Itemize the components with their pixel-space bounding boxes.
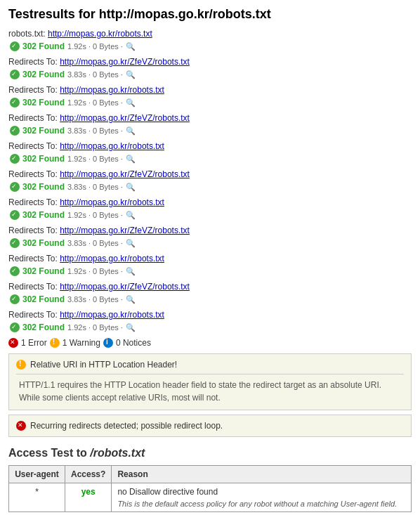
entry-label: Redirects To: <box>8 141 58 151</box>
ok-icon <box>10 154 20 164</box>
status-meta: 3.83s · 0 Bytes · <box>67 126 123 135</box>
status-row-6: 302 Found 1.92s · 0 Bytes · 🔍 <box>10 210 412 220</box>
entry-label: Redirects To: <box>8 310 58 320</box>
status-code: 302 Found <box>22 154 65 164</box>
entry-block-4: Redirects To: http://mopas.go.kr/robots.… <box>8 140 412 152</box>
entry-label: Redirects To: <box>8 254 58 263</box>
ok-icon <box>10 70 20 79</box>
entry-link[interactable]: http://mopas.go.kr/ZfeVZ/robots.txt <box>60 113 190 123</box>
ok-icon <box>10 41 20 51</box>
status-row-3: 302 Found 3.83s · 0 Bytes · 🔍 <box>10 126 412 136</box>
ok-icon <box>10 210 20 220</box>
access-test-path: /robots.txt <box>90 447 145 459</box>
status-code: 302 Found <box>22 294 65 304</box>
warning-box: Relative URI in HTTP Location Header! HT… <box>8 353 412 410</box>
status-code: 302 Found <box>22 182 65 192</box>
entry-block-2: Redirects To: http://mopas.go.kr/robots.… <box>8 84 412 96</box>
status-row-4: 302 Found 1.92s · 0 Bytes · 🔍 <box>10 154 412 164</box>
entry-label: Redirects To: <box>8 85 58 95</box>
cell-access: yes <box>65 483 112 512</box>
tool-icon: 🔍 <box>126 239 136 248</box>
col-header-reason: Reason <box>112 466 412 483</box>
status-meta: 1.92s · 0 Bytes · <box>67 155 123 163</box>
entry-link[interactable]: http://mopas.go.kr/robots.txt <box>60 197 164 207</box>
entry-label: Redirects To: <box>8 197 58 207</box>
cell-reason: no Disallow directive found This is the … <box>112 483 412 512</box>
error-icon <box>8 338 18 348</box>
status-row-1: 302 Found 3.83s · 0 Bytes · 🔍 <box>10 70 412 79</box>
status-row-5: 302 Found 3.83s · 0 Bytes · 🔍 <box>10 182 412 192</box>
entry-block-7: Redirects To: http://mopas.go.kr/ZfeVZ/r… <box>8 224 412 237</box>
entry-link[interactable]: http://mopas.go.kr/ZfeVZ/robots.txt <box>60 226 190 235</box>
status-meta: 1.92s · 0 Bytes · <box>67 42 123 51</box>
status-meta: 1.92s · 0 Bytes · <box>67 98 123 107</box>
status-meta: 1.92s · 0 Bytes · <box>67 267 123 275</box>
tool-icon: 🔍 <box>126 183 136 192</box>
reason-note: This is the default access policy for an… <box>117 500 405 508</box>
warning-body-text: HTTP/1.1 requires the HTTP Location head… <box>19 379 404 404</box>
warning-box-icon <box>16 360 26 370</box>
tool-icon: 🔍 <box>126 98 136 107</box>
warning-icon <box>50 338 60 348</box>
info-icon <box>103 338 113 348</box>
status-row-0: 302 Found 1.92s · 0 Bytes · 🔍 <box>10 41 412 51</box>
access-test-heading: Access Test to /robots.txt <box>8 447 412 459</box>
entry-link[interactable]: http://mopas.go.kr/robots.txt <box>60 85 164 95</box>
entry-label: Redirects To: <box>8 113 58 123</box>
entry-block-3: Redirects To: http://mopas.go.kr/ZfeVZ/r… <box>8 112 412 124</box>
status-meta: 3.83s · 0 Bytes · <box>67 183 123 191</box>
entry-link[interactable]: http://mopas.go.kr/ZfeVZ/robots.txt <box>60 57 190 67</box>
entry-link[interactable]: http://mopas.go.kr/robots.txt <box>60 254 164 263</box>
status-row-2: 302 Found 1.92s · 0 Bytes · 🔍 <box>10 98 412 107</box>
entry-label: Redirects To: <box>8 226 58 235</box>
ok-icon <box>10 322 20 332</box>
page-title: Testresults for http://mopas.go.kr/robot… <box>8 7 412 22</box>
status-code: 302 Found <box>22 238 65 248</box>
entry-label: Redirects To: <box>8 57 58 67</box>
entry-block-8: Redirects To: http://mopas.go.kr/robots.… <box>8 252 412 265</box>
status-meta: 3.83s · 0 Bytes · <box>67 239 123 247</box>
access-table: User-agent Access? Reason * yes no Disal… <box>8 465 412 512</box>
status-code: 302 Found <box>22 126 65 136</box>
access-yes: yes <box>81 487 96 497</box>
entry-block-5: Redirects To: http://mopas.go.kr/ZfeVZ/r… <box>8 168 412 181</box>
tool-icon: 🔍 <box>126 155 136 164</box>
entry-link[interactable]: http://mopas.go.kr/robots.txt <box>60 141 164 151</box>
tool-icon: 🔍 <box>126 323 136 332</box>
status-meta: 1.92s · 0 Bytes · <box>67 211 123 219</box>
cell-agent: * <box>9 483 65 512</box>
entry-block-0: robots.txt: http://mopas.go.kr/robots.tx… <box>8 27 412 40</box>
warning-title-row: Relative URI in HTTP Location Header! <box>16 360 404 370</box>
error-count: 1 Error <box>21 338 47 348</box>
warning-title-text: Relative URI in HTTP Location Header! <box>30 360 177 370</box>
notice-count: 0 Notices <box>116 338 151 348</box>
entry-label: robots.txt: <box>8 29 46 39</box>
ok-icon <box>10 266 20 276</box>
access-table-body: * yes no Disallow directive found This i… <box>9 483 412 512</box>
warning-divider <box>16 374 404 374</box>
tool-icon: 🔍 <box>126 126 136 136</box>
table-header-row: User-agent Access? Reason <box>9 466 412 483</box>
entry-label: Redirects To: <box>8 282 58 292</box>
status-meta: 1.92s · 0 Bytes · <box>67 323 123 332</box>
status-row-7: 302 Found 3.83s · 0 Bytes · 🔍 <box>10 238 412 248</box>
entry-link[interactable]: http://mopas.go.kr/ZfeVZ/robots.txt <box>60 282 190 292</box>
status-code: 302 Found <box>22 98 65 107</box>
ok-icon <box>10 126 20 136</box>
entry-block-1: Redirects To: http://mopas.go.kr/ZfeVZ/r… <box>8 56 412 68</box>
table-row: * yes no Disallow directive found This i… <box>9 483 412 512</box>
status-row-10: 302 Found 1.92s · 0 Bytes · 🔍 <box>10 322 412 332</box>
summary-row: 1 Error 1 Warning 0 Notices <box>8 338 412 348</box>
status-row-8: 302 Found 1.92s · 0 Bytes · 🔍 <box>10 266 412 276</box>
status-code: 302 Found <box>22 210 65 220</box>
entry-link[interactable]: http://mopas.go.kr/robots.txt <box>60 310 164 320</box>
ok-icon <box>10 294 20 304</box>
tool-icon: 🔍 <box>126 295 136 304</box>
entry-link[interactable]: http://mopas.go.kr/ZfeVZ/robots.txt <box>60 169 190 179</box>
entry-block-9: Redirects To: http://mopas.go.kr/ZfeVZ/r… <box>8 280 412 293</box>
entry-link[interactable]: http://mopas.go.kr/robots.txt <box>48 29 152 39</box>
status-row-9: 302 Found 3.83s · 0 Bytes · 🔍 <box>10 294 412 304</box>
status-code: 302 Found <box>22 266 65 276</box>
entry-block-10: Redirects To: http://mopas.go.kr/robots.… <box>8 308 412 321</box>
tool-icon: 🔍 <box>126 267 136 276</box>
